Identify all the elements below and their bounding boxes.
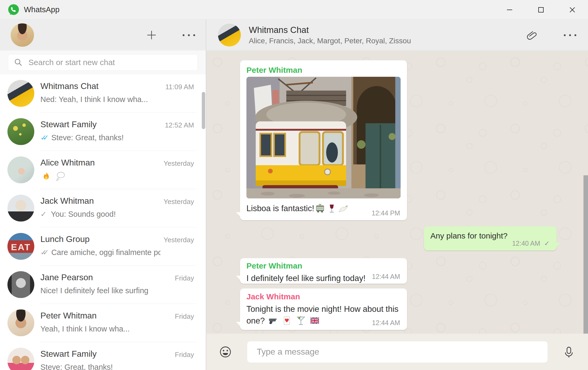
microphone-icon [562, 346, 575, 358]
chat-row-stewart-family[interactable]: Stewart Family 12:52 AM ✓✓ Steve: Great,… [0, 113, 206, 151]
message-time-status: 12:40 AM ✓ [512, 240, 550, 247]
sender-name: Peter Whitman [246, 66, 401, 75]
dove-emoji [339, 204, 348, 213]
chat-participants: Alice, Francis, Jack, Margot, Peter, Roy… [249, 37, 411, 45]
chat-avatar [7, 271, 34, 298]
chat-time: Friday [175, 351, 194, 359]
mic-button[interactable] [562, 346, 575, 358]
chat-time: Yesterday [163, 159, 194, 168]
chat-header-avatar[interactable] [218, 24, 241, 46]
thought-balloon-emoji [56, 172, 65, 181]
chat-name: Jane Pearson [40, 273, 93, 282]
message-time: 12:44 AM [372, 273, 400, 280]
message-time: 12:44 AM [372, 319, 400, 327]
search-area [0, 50, 206, 74]
app-title: WhatsApp [24, 5, 60, 14]
chat-preview: Yeah, I think I know wha... [40, 325, 161, 333]
chat-preview: ✓ You: Sounds good! [40, 210, 161, 219]
svg-text:♥: ♥ [284, 317, 289, 324]
chat-panel: Whitmans Chat Alice, Francis, Jack, Marg… [206, 20, 588, 370]
chat-time: 11:09 AM [165, 83, 194, 91]
chat-preview: Steve: Great, thanks! [40, 363, 161, 370]
window-controls [494, 0, 588, 19]
chat-time: Yesterday [163, 236, 194, 244]
chat-name: Lunch Group [40, 234, 90, 244]
plus-icon [146, 29, 157, 41]
whatsapp-logo-icon [7, 4, 20, 16]
single-tick-icon: ✓ [542, 240, 550, 247]
message-area: Peter Whitman [206, 50, 588, 334]
sidebar-menu-button[interactable] [183, 34, 195, 36]
search-input[interactable] [28, 58, 192, 67]
minimize-icon [506, 6, 513, 13]
close-icon [569, 6, 576, 14]
chat-preview: ✓✓ Steve: Great, thanks! [40, 133, 161, 142]
emoji-button[interactable] [219, 346, 232, 358]
message-image-peter[interactable]: Peter Whitman [240, 60, 407, 220]
double-tick-gray-icon: ✓✓ [40, 248, 45, 257]
composer [206, 334, 588, 370]
chat-preview: Nice! I definitely feel like surfing [40, 286, 161, 295]
chat-avatar [7, 156, 34, 183]
chat-name: Alice Whitman [40, 158, 95, 168]
message-input-box[interactable] [247, 341, 548, 363]
chat-header-actions [526, 29, 576, 41]
message-jack-movie-night[interactable]: Jack Whitman Tonight is the movie night!… [240, 288, 407, 330]
emoji-smiley-icon [219, 346, 232, 358]
chat-preview: Ned: Yeah, I think I know wha... [40, 95, 161, 104]
revolver-emoji [268, 316, 278, 325]
chat-avatar [7, 118, 34, 145]
sidebar-header-actions [146, 29, 195, 41]
heart-card-emoji: ♥ [282, 316, 292, 325]
titlebar: WhatsApp [0, 0, 588, 20]
sidebar: Whitmans Chat 11:09 AM Ned: Yeah, I thin… [0, 20, 206, 370]
chat-menu-button[interactable] [564, 34, 576, 36]
chat-time: Friday [175, 274, 194, 282]
close-button[interactable] [557, 0, 588, 19]
chat-row-jack-whitman[interactable]: Jack Whitman Yesterday ✓ You: Sounds goo… [0, 189, 206, 227]
double-tick-blue-icon: ✓✓ [40, 133, 45, 142]
sidebar-scrollbar[interactable] [202, 92, 205, 129]
maximize-button[interactable] [525, 0, 557, 19]
chat-row-peter-whitman[interactable]: Peter Whitman Friday Yeah, I think I kno… [0, 304, 206, 342]
chat-row-lunch-group[interactable]: EAT Lunch Group Yesterday ✓✓ Care amiche… [0, 227, 206, 266]
chat-header[interactable]: Whitmans Chat Alice, Francis, Jack, Marg… [206, 20, 588, 50]
new-chat-button[interactable] [146, 29, 157, 41]
chat-row-whitmans-chat[interactable]: Whitmans Chat 11:09 AM Ned: Yeah, I thin… [0, 74, 206, 113]
paperclip-icon [526, 29, 538, 41]
message-input[interactable] [256, 347, 539, 357]
chat-avatar: EAT [7, 233, 34, 260]
my-profile-avatar[interactable] [11, 23, 34, 47]
tram-emoji [315, 204, 325, 213]
chat-time: Friday [175, 312, 194, 321]
image-caption: Lisboa is fantastic! 12:44 PM [246, 203, 401, 216]
chat-list: Whitmans Chat 11:09 AM Ned: Yeah, I thin… [0, 74, 206, 370]
search-icon [14, 58, 23, 67]
chat-avatar [7, 195, 34, 222]
chat-row-stewart-family-2[interactable]: Stewart Family Friday Steve: Great, than… [0, 342, 206, 370]
app-body: Whitmans Chat 11:09 AM Ned: Yeah, I thin… [0, 20, 588, 370]
message-peter-surfing[interactable]: Peter Whitman I definitely feel like sur… [240, 258, 407, 284]
chat-avatar [7, 309, 34, 336]
tram-photo[interactable] [246, 77, 401, 198]
chat-scrollbar[interactable] [583, 175, 588, 334]
search-box[interactable] [8, 54, 198, 71]
uk-flag-emoji [310, 316, 320, 325]
chat-name: Jack Whitman [40, 196, 94, 206]
martini-glass-emoji [296, 316, 306, 325]
chat-avatar [7, 348, 34, 370]
wine-glass-emoji [327, 204, 337, 213]
chat-time: 12:52 AM [165, 121, 194, 129]
maximize-icon [537, 6, 544, 13]
chat-row-jane-pearson[interactable]: Jane Pearson Friday Nice! I definitely f… [0, 266, 206, 304]
sidebar-header [0, 20, 206, 50]
chat-header-text[interactable]: Whitmans Chat Alice, Francis, Jack, Marg… [249, 25, 411, 45]
chat-title: Whitmans Chat [249, 25, 411, 35]
chat-row-alice-whitman[interactable]: Alice Whitman Yesterday [0, 151, 206, 189]
minimize-button[interactable] [494, 0, 525, 19]
chat-preview: ✓✓ Care amiche, oggi finalmente posso [40, 248, 161, 257]
chat-name: Stewart Family [40, 120, 97, 129]
message-outgoing[interactable]: Any plans for tonight? 12:40 AM ✓ [424, 226, 557, 250]
attach-button[interactable] [526, 29, 538, 41]
message-time: 12:44 PM [372, 209, 400, 217]
